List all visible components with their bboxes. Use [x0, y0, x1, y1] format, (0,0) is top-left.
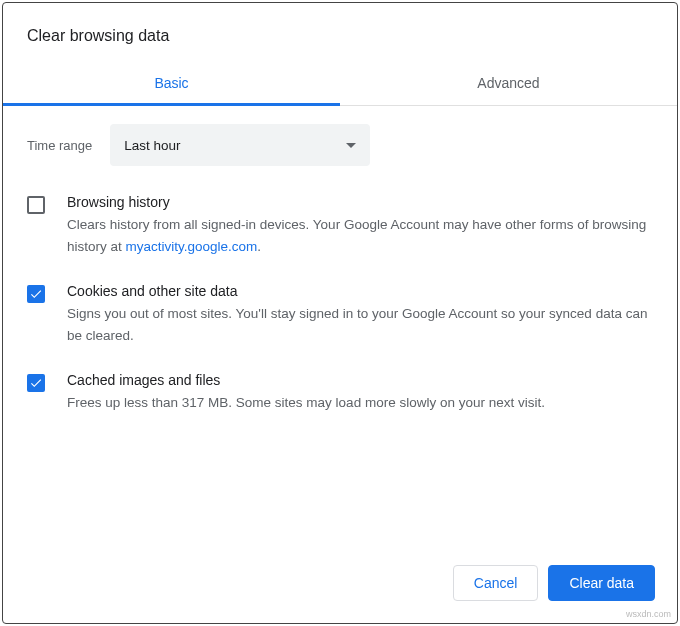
- clear-browsing-data-dialog: Clear browsing data Basic Advanced Time …: [2, 2, 678, 624]
- dialog-header: Clear browsing data: [3, 3, 677, 61]
- checkbox-cookies[interactable]: [27, 285, 45, 303]
- option-title-cookies: Cookies and other site data: [67, 283, 653, 299]
- option-title-browsing-history: Browsing history: [67, 194, 653, 210]
- option-title-cache: Cached images and files: [67, 372, 653, 388]
- time-range-selected: Last hour: [124, 138, 180, 153]
- option-text: Cookies and other site data Signs you ou…: [67, 283, 653, 346]
- option-browsing-history: Browsing history Clears history from all…: [27, 194, 653, 257]
- option-cache: Cached images and files Frees up less th…: [27, 372, 653, 414]
- chevron-down-icon: [346, 143, 356, 148]
- checkbox-cache[interactable]: [27, 374, 45, 392]
- option-cookies: Cookies and other site data Signs you ou…: [27, 283, 653, 346]
- cancel-button[interactable]: Cancel: [453, 565, 539, 601]
- tab-basic-label: Basic: [154, 75, 188, 91]
- tab-advanced-label: Advanced: [477, 75, 539, 91]
- option-text: Cached images and files Frees up less th…: [67, 372, 653, 414]
- option-desc-browsing-history: Clears history from all signed-in device…: [67, 214, 653, 257]
- option-desc-cache: Frees up less than 317 MB. Some sites ma…: [67, 392, 653, 414]
- check-icon: [29, 287, 43, 301]
- option-text: Browsing history Clears history from all…: [67, 194, 653, 257]
- tab-basic[interactable]: Basic: [3, 61, 340, 105]
- myactivity-link[interactable]: myactivity.google.com: [126, 239, 258, 254]
- clear-data-button[interactable]: Clear data: [548, 565, 655, 601]
- dialog-footer: Cancel Clear data: [3, 547, 677, 623]
- time-range-label: Time range: [27, 138, 92, 153]
- tab-advanced[interactable]: Advanced: [340, 61, 677, 105]
- time-range-row: Time range Last hour: [27, 124, 653, 166]
- checkbox-browsing-history[interactable]: [27, 196, 45, 214]
- tabs-bar: Basic Advanced: [3, 61, 677, 106]
- option-desc-cookies: Signs you out of most sites. You'll stay…: [67, 303, 653, 346]
- watermark: wsxdn.com: [626, 609, 671, 619]
- time-range-select[interactable]: Last hour: [110, 124, 370, 166]
- check-icon: [29, 376, 43, 390]
- dialog-body: Time range Last hour Browsing history Cl…: [3, 106, 677, 547]
- dialog-title: Clear browsing data: [27, 27, 653, 45]
